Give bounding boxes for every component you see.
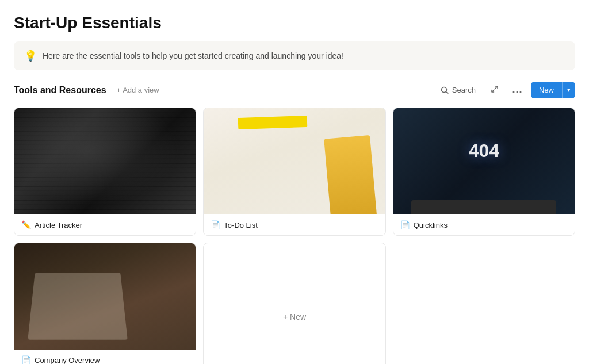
new-card-button[interactable]: + New: [203, 243, 385, 364]
pencil-icon: ✏️: [21, 220, 31, 229]
more-icon: [512, 91, 522, 93]
page-title: Start-Up Essentials: [14, 14, 575, 32]
banner-icon: 💡: [24, 49, 37, 62]
card-image-laptop: [393, 108, 575, 214]
svg-line-1: [446, 91, 448, 94]
expand-icon: [491, 85, 499, 93]
toolbar: Tools and Resources + Add a view Search: [14, 82, 575, 98]
card-quicklinks[interactable]: 📄 Quicklinks: [393, 108, 575, 236]
svg-point-4: [519, 91, 521, 93]
section-title: Tools and Resources: [14, 85, 106, 95]
cards-grid: ✏️ Article Tracker 📄 To-Do List 📄 Quickl…: [14, 108, 575, 364]
expand-button[interactable]: [486, 82, 503, 98]
dropdown-icon: ▾: [567, 86, 571, 93]
banner-text: Here are the essential tools to help you…: [43, 51, 343, 60]
search-icon: [441, 86, 449, 94]
card-company-overview[interactable]: 📄 Company Overview: [14, 243, 196, 364]
more-button[interactable]: [508, 82, 526, 98]
add-view-label: + Add a view: [117, 86, 159, 94]
card-title-quicklinks: Quicklinks: [414, 221, 448, 229]
doc-icon-quicklinks: 📄: [400, 220, 410, 229]
add-view-button[interactable]: + Add a view: [113, 83, 163, 97]
new-card-label: + New: [283, 312, 306, 321]
card-todo-list[interactable]: 📄 To-Do List: [203, 108, 385, 236]
toolbar-left: Tools and Resources + Add a view: [14, 83, 163, 97]
card-label-company: 📄 Company Overview: [14, 350, 196, 364]
card-title-todo: To-Do List: [224, 221, 258, 229]
card-title-article-tracker: Article Tracker: [35, 221, 82, 229]
search-label: Search: [452, 86, 476, 94]
svg-point-2: [512, 91, 514, 93]
doc-icon-company: 📄: [21, 355, 31, 364]
svg-point-3: [516, 91, 518, 93]
toolbar-right: Search New ▾: [435, 82, 575, 98]
card-label-article-tracker: ✏️ Article Tracker: [14, 214, 196, 235]
search-button[interactable]: Search: [435, 82, 481, 98]
new-dropdown-button[interactable]: ▾: [562, 82, 575, 98]
card-title-company: Company Overview: [35, 356, 100, 365]
page-container: Start-Up Essentials 💡 Here are the essen…: [0, 0, 589, 364]
card-article-tracker[interactable]: ✏️ Article Tracker: [14, 108, 196, 236]
card-image-calendar: [204, 108, 385, 214]
card-image-typewriter: [14, 108, 196, 214]
card-image-desk: [14, 243, 196, 350]
new-main-button[interactable]: New: [531, 82, 562, 98]
card-label-todo: 📄 To-Do List: [204, 214, 385, 235]
banner: 💡 Here are the essential tools to help y…: [14, 41, 575, 70]
card-label-quicklinks: 📄 Quicklinks: [393, 214, 575, 235]
doc-icon-todo: 📄: [211, 220, 220, 229]
new-button-group: New ▾: [531, 82, 575, 98]
